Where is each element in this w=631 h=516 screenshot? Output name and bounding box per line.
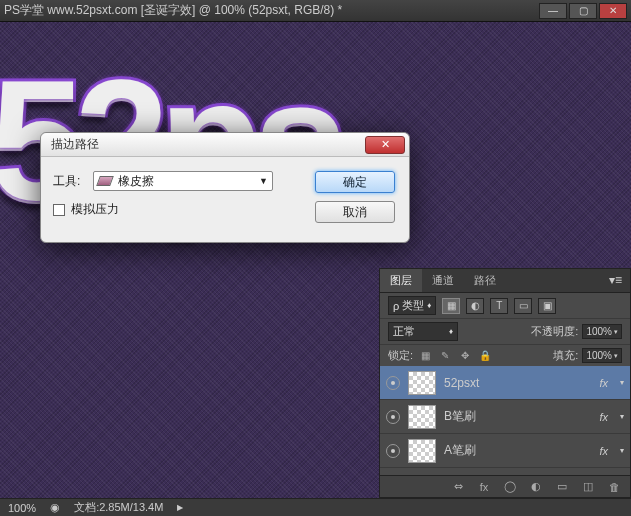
dialog-close-button[interactable]: ✕: [365, 136, 405, 154]
layer-thumbnail[interactable]: [408, 371, 436, 395]
maximize-button[interactable]: ▢: [569, 3, 597, 19]
tab-channels[interactable]: 通道: [422, 269, 464, 292]
fx-badge[interactable]: fx: [599, 377, 608, 389]
filter-type-icon[interactable]: T: [490, 298, 508, 314]
layer-row[interactable]: B笔刷 fx ▾: [380, 400, 630, 434]
tool-select-value: 橡皮擦: [118, 173, 154, 190]
simulate-pressure-label: 模拟压力: [71, 201, 119, 218]
dialog-titlebar[interactable]: 描边路径 ✕: [41, 133, 409, 157]
tool-select[interactable]: 橡皮擦 ▼: [93, 171, 273, 191]
filter-pixel-icon[interactable]: ▦: [442, 298, 460, 314]
minimize-button[interactable]: —: [539, 3, 567, 19]
layer-name[interactable]: 52psxt: [444, 376, 591, 390]
tool-label: 工具:: [53, 173, 93, 190]
filter-kind-select[interactable]: ρ类型♦: [388, 296, 436, 315]
fill-input[interactable]: 100%▾: [582, 348, 622, 363]
visibility-toggle[interactable]: [386, 410, 400, 424]
window-close-button[interactable]: ✕: [599, 3, 627, 19]
link-layers-icon[interactable]: ⇔: [450, 480, 466, 494]
visibility-toggle[interactable]: [386, 444, 400, 458]
fill-label: 填充:: [553, 348, 578, 363]
layer-name[interactable]: B笔刷: [444, 408, 591, 425]
adjustment-layer-icon[interactable]: ◐: [528, 480, 544, 494]
layer-style-icon[interactable]: fx: [476, 480, 492, 494]
layer-name[interactable]: A笔刷: [444, 442, 591, 459]
delete-layer-icon[interactable]: 🗑: [606, 480, 622, 494]
ok-button[interactable]: 确定: [315, 171, 395, 193]
zoom-level[interactable]: 100%: [8, 502, 36, 514]
doc-size: 文档:2.85M/13.4M: [74, 500, 163, 515]
panel-tabs: 图层 通道 路径 ▾≡: [380, 269, 630, 293]
fx-expand-icon[interactable]: ▾: [620, 446, 624, 455]
simulate-pressure-checkbox[interactable]: [53, 204, 65, 216]
window-title: PS学堂 www.52psxt.com [圣诞字效] @ 100% (52psx…: [4, 2, 342, 19]
panel-bottom-toolbar: ⇔ fx ◯ ◐ ▭ ◫ 🗑: [380, 475, 630, 497]
opacity-label: 不透明度:: [531, 324, 578, 339]
dialog-title: 描边路径: [51, 136, 99, 153]
fx-expand-icon[interactable]: ▾: [620, 378, 624, 387]
new-layer-icon[interactable]: ◫: [580, 480, 596, 494]
chevron-down-icon: ▼: [259, 176, 268, 186]
layer-mask-icon[interactable]: ◯: [502, 480, 518, 494]
filter-smart-icon[interactable]: ▣: [538, 298, 556, 314]
layer-thumbnail[interactable]: [408, 439, 436, 463]
lock-all-icon[interactable]: 🔒: [477, 349, 493, 363]
layer-row[interactable]: 52psxt fx ▾: [380, 366, 630, 400]
layers-panel: 图层 通道 路径 ▾≡ ρ类型♦ ▦ ◐ T ▭ ▣ 正常♦ 不透明度: 100…: [379, 268, 631, 498]
status-icon[interactable]: ◉: [50, 501, 60, 514]
filter-adjust-icon[interactable]: ◐: [466, 298, 484, 314]
layer-row[interactable]: A笔刷 fx ▾: [380, 434, 630, 468]
visibility-toggle[interactable]: [386, 376, 400, 390]
group-icon[interactable]: ▭: [554, 480, 570, 494]
window-titlebar: PS学堂 www.52psxt.com [圣诞字效] @ 100% (52psx…: [0, 0, 631, 22]
status-menu-icon[interactable]: ▶: [177, 503, 183, 512]
filter-shape-icon[interactable]: ▭: [514, 298, 532, 314]
lock-label: 锁定:: [388, 348, 413, 363]
panel-menu-button[interactable]: ▾≡: [601, 269, 630, 292]
status-bar: 100% ◉ 文档:2.85M/13.4M ▶: [0, 498, 631, 516]
lock-transparency-icon[interactable]: ▦: [417, 349, 433, 363]
tab-layers[interactable]: 图层: [380, 269, 422, 292]
fx-badge[interactable]: fx: [599, 411, 608, 423]
lock-position-icon[interactable]: ✥: [457, 349, 473, 363]
fx-expand-icon[interactable]: ▾: [620, 412, 624, 421]
layer-thumbnail[interactable]: [408, 405, 436, 429]
stroke-path-dialog: 描边路径 ✕ 工具: 橡皮擦 ▼ 模拟压力 确定 取消: [40, 132, 410, 243]
lock-pixels-icon[interactable]: ✎: [437, 349, 453, 363]
eraser-icon: [96, 176, 114, 186]
fx-badge[interactable]: fx: [599, 445, 608, 457]
tab-paths[interactable]: 路径: [464, 269, 506, 292]
blend-mode-select[interactable]: 正常♦: [388, 322, 458, 341]
opacity-input[interactable]: 100%▾: [582, 324, 622, 339]
cancel-button[interactable]: 取消: [315, 201, 395, 223]
